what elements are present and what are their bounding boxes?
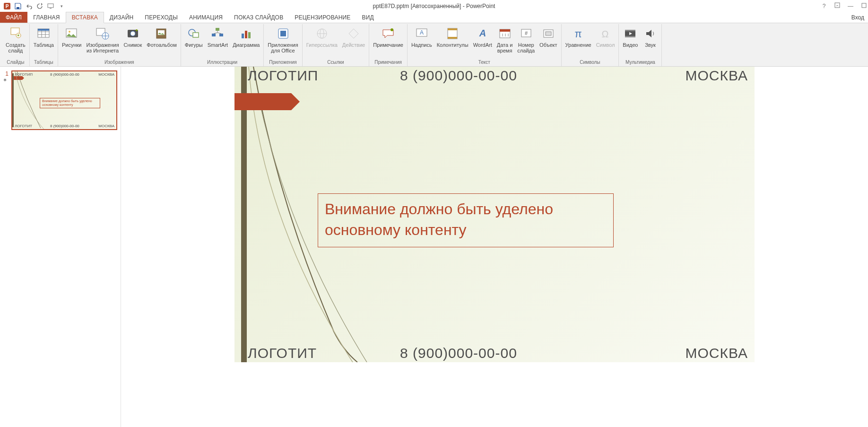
chart-button[interactable]: Диаграмма <box>231 25 261 49</box>
group-comments: Примечание Примечания <box>369 24 408 66</box>
datetime-button[interactable]: Дата и время <box>495 25 515 54</box>
decorative-arrow <box>234 93 291 110</box>
svg-line-31 <box>214 33 217 34</box>
datetime-icon <box>497 26 512 41</box>
signin-link[interactable]: Вход <box>851 12 864 23</box>
window-title: pptE87D.pptm [Автосохраненный] - PowerPo… <box>0 3 868 9</box>
symbol-button[interactable]: Ω Символ <box>594 25 617 49</box>
tab-design[interactable]: ДИЗАЙН <box>104 12 139 23</box>
symbol-icon: Ω <box>598 26 613 41</box>
smartart-icon <box>210 26 225 41</box>
svg-rect-46 <box>448 37 457 39</box>
slide-canvas-area[interactable]: ЛОГОТИП 8 (900)000-00-00 МОСКВА Внимание… <box>121 67 868 427</box>
table-button[interactable]: Таблица <box>32 25 56 49</box>
pictures-button[interactable]: Рисунки <box>60 25 84 49</box>
svg-rect-26 <box>193 33 199 37</box>
audio-button[interactable]: Звук <box>641 25 660 49</box>
photo-album-icon <box>154 26 169 41</box>
titlebar: P ▾ pptE87D.pptm [Автосохраненный] - Pow… <box>0 0 868 12</box>
table-icon <box>36 26 51 41</box>
pictures-icon <box>64 26 79 41</box>
office-apps-button[interactable]: Приложения для Office <box>266 25 300 54</box>
svg-text:#: # <box>525 30 528 36</box>
object-button[interactable]: Объект <box>538 25 559 49</box>
hyperlink-icon <box>314 26 330 41</box>
wordart-button[interactable]: A WordArt <box>471 25 494 49</box>
smartart-button[interactable]: SmartArt <box>206 25 230 49</box>
comment-icon <box>381 26 396 41</box>
save-icon[interactable] <box>13 1 23 11</box>
slide[interactable]: ЛОГОТИП 8 (900)000-00-00 МОСКВА Внимание… <box>234 67 755 362</box>
tab-slideshow[interactable]: ПОКАЗ СЛАЙДОВ <box>228 12 289 23</box>
tab-review[interactable]: РЕЦЕНЗИРОВАНИЕ <box>289 12 356 23</box>
new-slide-icon: ✶ <box>8 26 23 41</box>
ribbon: ✶ Создать слайд Слайды Таблица Таблицы Р… <box>0 23 868 67</box>
slidenum-button[interactable]: # Номер слайда <box>515 25 537 54</box>
tab-view[interactable]: ВИД <box>356 12 380 23</box>
content-textbox[interactable]: Внимание должно быть уделено основному к… <box>318 193 614 247</box>
svg-point-17 <box>69 31 70 33</box>
equation-button[interactable]: π Уравнение <box>564 25 593 49</box>
header-phone[interactable]: 8 (900)000-00-00 <box>400 68 517 84</box>
header-logo[interactable]: ЛОГОТИП <box>248 68 318 84</box>
group-links: Гиперссылка Действие Ссылки <box>303 24 370 66</box>
header-footer-button[interactable]: Колонтитулы <box>435 25 470 49</box>
footer-phone[interactable]: 8 (900)000-00-00 <box>400 345 517 361</box>
svg-rect-45 <box>448 28 457 30</box>
svg-point-41 <box>391 28 393 31</box>
group-symbols: π Уравнение Ω Символ Символы <box>562 24 619 66</box>
action-icon <box>346 26 361 41</box>
group-images: Рисунки Изображения из Интернета Снимок … <box>58 24 181 66</box>
shapes-button[interactable]: Фигуры <box>183 25 205 49</box>
chart-icon <box>239 26 254 41</box>
slide-thumbnail-1[interactable]: ЛОГОТИП 8 (900)000-00-00 МОСКВА Внимание… <box>11 70 117 130</box>
svg-point-21 <box>130 31 135 36</box>
comment-button[interactable]: Примечание <box>371 25 405 49</box>
help-icon[interactable]: ? <box>821 3 827 9</box>
svg-rect-34 <box>245 31 247 38</box>
svg-text:π: π <box>575 28 582 40</box>
svg-rect-56 <box>546 32 551 35</box>
equation-icon: π <box>571 26 586 41</box>
svg-rect-4 <box>50 8 52 9</box>
footer-city[interactable]: МОСКВА <box>686 345 748 361</box>
animation-indicator-icon: ✶ <box>3 77 9 83</box>
hyperlink-button[interactable]: Гиперссылка <box>304 25 339 49</box>
svg-text:Ω: Ω <box>602 29 609 39</box>
redo-icon[interactable] <box>35 1 45 11</box>
screenshot-button[interactable]: Снимок <box>122 25 144 49</box>
ribbon-display-icon[interactable] <box>834 2 841 9</box>
svg-text:P: P <box>6 4 9 9</box>
tab-transitions[interactable]: ПЕРЕХОДЫ <box>139 12 183 23</box>
footer-logo[interactable]: ЛОГОТИТ <box>248 345 317 361</box>
svg-point-22 <box>136 29 138 31</box>
svg-rect-35 <box>248 32 251 38</box>
tab-insert[interactable]: ВСТАВКА <box>66 12 104 23</box>
svg-rect-15 <box>38 29 49 31</box>
svg-rect-27 <box>216 28 219 31</box>
svg-text:A: A <box>420 29 424 36</box>
tab-file[interactable]: ФАЙЛ <box>0 12 27 23</box>
photo-album-button[interactable]: Фотоальбом <box>145 25 179 49</box>
action-button[interactable]: Действие <box>340 25 367 49</box>
svg-rect-60 <box>625 30 635 31</box>
video-icon <box>623 26 638 41</box>
textbox-button[interactable]: A Надпись <box>409 25 434 49</box>
svg-rect-61 <box>625 36 635 37</box>
tab-home[interactable]: ГЛАВНАЯ <box>27 12 65 23</box>
minimize-icon[interactable]: — <box>847 3 854 9</box>
undo-icon[interactable] <box>24 1 34 11</box>
header-city[interactable]: МОСКВА <box>686 68 748 84</box>
start-from-beginning-icon[interactable] <box>45 1 56 11</box>
quick-access-toolbar: P ▾ <box>0 1 67 11</box>
qat-customize-icon[interactable]: ▾ <box>56 1 67 11</box>
slide-number: 1 <box>3 70 9 77</box>
app-icon[interactable]: P <box>2 1 12 11</box>
new-slide-button[interactable]: ✶ Создать слайд <box>4 25 27 54</box>
maximize-icon[interactable] <box>860 3 867 9</box>
tab-animations[interactable]: АНИМАЦИЯ <box>183 12 228 23</box>
group-illustrations: Фигуры SmartArt Диаграмма Иллюстрации <box>181 24 264 66</box>
header-footer-icon <box>445 26 460 41</box>
online-pictures-button[interactable]: Изображения из Интернета <box>84 25 121 54</box>
video-button[interactable]: Видео <box>621 25 640 49</box>
